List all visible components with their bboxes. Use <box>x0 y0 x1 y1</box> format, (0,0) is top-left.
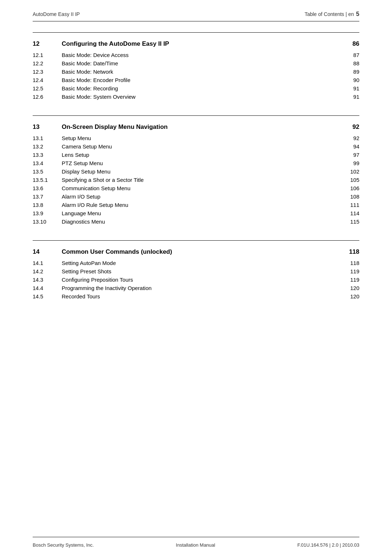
item-number: 12.4 <box>33 76 62 84</box>
toc-item-row: 14.3 Configuring Preposition Tours 119 <box>33 276 359 284</box>
toc-item-row: 13.2 Camera Setup Menu 94 <box>33 142 359 151</box>
item-page: 102 <box>338 167 359 176</box>
item-title: Basic Mode: Date/Time <box>62 59 338 68</box>
item-title: Basic Mode: Network <box>62 68 338 76</box>
item-title: Recorded Tours <box>62 292 338 301</box>
item-page: 108 <box>338 192 359 201</box>
toc-item-row: 13.7 Alarm I/O Setup 108 <box>33 192 359 201</box>
item-page: 115 <box>338 217 359 226</box>
item-page: 88 <box>338 59 359 68</box>
toc-heading-row: 12 Configuring the AutoDome Easy II IP 8… <box>33 39 359 49</box>
toc-heading-row: 14 Common User Commands (unlocked) 118 <box>33 247 359 257</box>
item-number: 12.2 <box>33 59 62 68</box>
section-number-13: 13 <box>33 122 62 132</box>
item-page: 120 <box>338 292 359 301</box>
header-page-number: 5 <box>356 11 359 17</box>
item-page: 118 <box>338 259 359 267</box>
section-page-12: 86 <box>338 39 359 49</box>
toc-item-row: 12.5 Basic Mode: Recording 91 <box>33 84 359 93</box>
toc-item-row: 13.9 Language Menu 114 <box>33 209 359 217</box>
section-divider-12 <box>33 32 359 33</box>
item-number: 13.6 <box>33 184 62 192</box>
page-footer: Bosch Security Systems, Inc. Installatio… <box>33 537 359 555</box>
item-number: 12.1 <box>33 51 62 59</box>
toc-item-row: 13.5 Display Setup Menu 102 <box>33 167 359 176</box>
item-title: Language Menu <box>62 209 338 217</box>
toc-item-row: 12.1 Basic Mode: Device Access 87 <box>33 51 359 59</box>
item-title: Basic Mode: Encoder Profile <box>62 76 338 84</box>
item-page: 92 <box>338 134 359 142</box>
toc-table-12: 12 Configuring the AutoDome Easy II IP 8… <box>33 39 359 101</box>
item-title: Basic Mode: Device Access <box>62 51 338 59</box>
toc-item-row: 13.8 Alarm I/O Rule Setup Menu 111 <box>33 201 359 209</box>
item-number: 14.4 <box>33 284 62 292</box>
item-title: Setting AutoPan Mode <box>62 259 338 267</box>
section-page-13: 92 <box>338 122 359 132</box>
item-number: 13.3 <box>33 151 62 159</box>
item-page: 97 <box>338 151 359 159</box>
section-number-12: 12 <box>33 39 62 49</box>
toc-content: 12 Configuring the AutoDome Easy II IP 8… <box>33 21 359 537</box>
toc-item-row: 14.1 Setting AutoPan Mode 118 <box>33 259 359 267</box>
item-page: 119 <box>338 276 359 284</box>
item-title: Camera Setup Menu <box>62 142 338 151</box>
toc-heading-row: 13 On-Screen Display Menu Navigation 92 <box>33 122 359 132</box>
section-divider-14 <box>33 240 359 241</box>
item-page: 87 <box>338 51 359 59</box>
item-number: 13.8 <box>33 201 62 209</box>
item-page: 114 <box>338 209 359 217</box>
toc-item-row: 14.5 Recorded Tours 120 <box>33 292 359 301</box>
toc-item-row: 13.6 Communication Setup Menu 106 <box>33 184 359 192</box>
toc-item-row: 13.3 Lens Setup 97 <box>33 151 359 159</box>
item-title: Configuring Preposition Tours <box>62 276 338 284</box>
item-page: 106 <box>338 184 359 192</box>
item-title: Alarm I/O Rule Setup Menu <box>62 201 338 209</box>
toc-item-row: 12.6 Basic Mode: System Overview 91 <box>33 93 359 101</box>
item-number: 12.3 <box>33 68 62 76</box>
section-title-13: On-Screen Display Menu Navigation <box>62 122 338 132</box>
section-number-14: 14 <box>33 247 62 257</box>
item-page: 111 <box>338 201 359 209</box>
footer-company: Bosch Security Systems, Inc. <box>33 542 94 548</box>
item-number: 13.9 <box>33 209 62 217</box>
item-page: 94 <box>338 142 359 151</box>
item-number: 13.10 <box>33 217 62 226</box>
toc-item-row: 14.4 Programming the Inactivity Operatio… <box>33 284 359 292</box>
item-title: Diagnostics Menu <box>62 217 338 226</box>
item-number: 13.1 <box>33 134 62 142</box>
toc-item-row: 12.3 Basic Mode: Network 89 <box>33 68 359 76</box>
page-header: AutoDome Easy II IP Table of Contents | … <box>33 0 359 21</box>
header-section-info: Table of Contents | en 5 <box>305 11 359 17</box>
toc-item-row: 14.2 Setting Preset Shots 119 <box>33 267 359 276</box>
item-title: PTZ Setup Menu <box>62 159 338 167</box>
item-page: 120 <box>338 284 359 292</box>
toc-item-row: 12.2 Basic Mode: Date/Time 88 <box>33 59 359 68</box>
item-title: Setup Menu <box>62 134 338 142</box>
section-title-14: Common User Commands (unlocked) <box>62 247 338 257</box>
item-title: Programming the Inactivity Operation <box>62 284 338 292</box>
item-number: 14.3 <box>33 276 62 284</box>
item-page: 119 <box>338 267 359 276</box>
item-number: 14.1 <box>33 259 62 267</box>
page: AutoDome Easy II IP Table of Contents | … <box>0 0 392 555</box>
section-12: 12 Configuring the AutoDome Easy II IP 8… <box>33 32 359 101</box>
item-number: 13.2 <box>33 142 62 151</box>
section-page-14: 118 <box>338 247 359 257</box>
section-title-12: Configuring the AutoDome Easy II IP <box>62 39 338 49</box>
item-page: 99 <box>338 159 359 167</box>
item-title: Alarm I/O Setup <box>62 192 338 201</box>
item-title: Lens Setup <box>62 151 338 159</box>
item-page: 105 <box>338 176 359 184</box>
toc-item-row: 13.10 Diagnostics Menu 115 <box>33 217 359 226</box>
item-title: Specifying a Shot or a Sector Title <box>62 176 338 184</box>
footer-document-number: F.01U.164.576 | 2.0 | 2010.03 <box>297 542 359 548</box>
item-number: 12.5 <box>33 84 62 93</box>
header-section-label: Table of Contents | en <box>305 11 354 17</box>
item-number: 13.5.1 <box>33 176 62 184</box>
footer-manual-type: Installation Manual <box>176 542 215 548</box>
toc-item-row: 13.1 Setup Menu 92 <box>33 134 359 142</box>
toc-table-14: 14 Common User Commands (unlocked) 118 1… <box>33 247 359 301</box>
header-product-name: AutoDome Easy II IP <box>33 11 80 17</box>
item-title: Communication Setup Menu <box>62 184 338 192</box>
item-page: 89 <box>338 68 359 76</box>
